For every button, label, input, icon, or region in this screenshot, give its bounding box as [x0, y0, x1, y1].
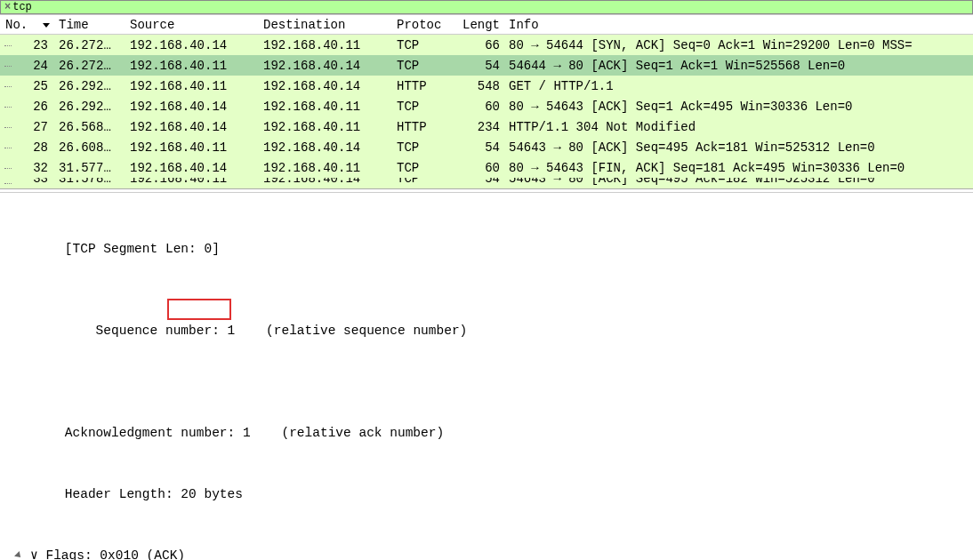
column-header-source[interactable]: Source — [126, 18, 260, 32]
packet-row[interactable]: 3331.578…192.168.40.11192.168.40.14TCP54… — [0, 178, 973, 188]
cell-protocol: TCP — [393, 59, 457, 73]
cell-protocol: TCP — [393, 38, 457, 52]
display-filter-bar[interactable]: × tcp — [0, 0, 973, 14]
cell-time: 26.608… — [55, 140, 126, 155]
detail-flags-tree[interactable]: ∨ Flags: 0x010 (ACK) — [34, 546, 973, 560]
cell-length: 54 — [457, 140, 505, 155]
column-header-info[interactable]: Info — [505, 18, 973, 32]
packet-row[interactable]: 2426.272…192.168.40.11192.168.40.14TCP54… — [0, 55, 973, 76]
packet-row[interactable]: 2326.272…192.168.40.14192.168.40.11TCP66… — [0, 35, 973, 55]
packet-list-header[interactable]: No. Time Source Destination Protoc Lengt… — [0, 15, 973, 35]
cell-protocol: HTTP — [393, 120, 457, 134]
packet-row[interactable]: 3231.577…192.168.40.14192.168.40.11TCP60… — [0, 157, 973, 178]
cell-destination: 192.168.40.11 — [260, 120, 393, 134]
column-header-no[interactable]: No. — [0, 18, 55, 32]
column-header-protocol[interactable]: Protoc — [393, 18, 457, 32]
cell-time: 26.292… — [55, 100, 126, 114]
cell-info: GET / HTTP/1.1 — [505, 79, 973, 93]
cell-no: 24 — [0, 59, 55, 73]
cell-length: 60 — [457, 161, 505, 175]
cell-destination: 192.168.40.11 — [260, 38, 393, 52]
cell-protocol: HTTP — [393, 79, 457, 93]
cell-info: 80 → 54643 [FIN, ACK] Seq=181 Ack=495 Wi… — [505, 161, 973, 175]
cell-length: 54 — [457, 178, 505, 186]
clear-filter-icon[interactable]: × — [4, 1, 11, 13]
cell-source: 192.168.40.11 — [126, 140, 260, 155]
cell-length: 66 — [457, 38, 505, 52]
cell-source: 192.168.40.11 — [126, 59, 260, 73]
cell-length: 60 — [457, 100, 505, 114]
cell-no: 32 — [0, 161, 55, 175]
packet-list-pane: No. Time Source Destination Protoc Lengt… — [0, 14, 973, 189]
column-header-destination[interactable]: Destination — [260, 18, 393, 32]
cell-no: 23 — [0, 38, 55, 52]
cell-no: 27 — [0, 120, 55, 134]
cell-no: 33 — [0, 178, 55, 186]
cell-info: HTTP/1.1 304 Not Modified — [505, 120, 973, 134]
cell-time: 26.272… — [55, 59, 126, 73]
cell-destination: 192.168.40.14 — [260, 59, 393, 73]
highlight-box-seq — [167, 299, 231, 320]
cell-source: 192.168.40.14 — [126, 38, 260, 52]
cell-source: 192.168.40.14 — [126, 120, 260, 134]
detail-header-length[interactable]: Header Length: 20 bytes — [34, 484, 973, 505]
cell-length: 234 — [457, 120, 505, 134]
cell-protocol: TCP — [393, 178, 457, 186]
cell-source: 192.168.40.11 — [126, 79, 260, 93]
cell-destination: 192.168.40.11 — [260, 100, 393, 114]
cell-source: 192.168.40.14 — [126, 100, 260, 114]
cell-time: 26.292… — [55, 79, 126, 93]
cell-time: 31.578… — [55, 178, 126, 186]
cell-no: 26 — [0, 100, 55, 114]
cell-protocol: TCP — [393, 100, 457, 114]
column-header-length[interactable]: Lengt — [457, 18, 505, 32]
cell-info: 54643 → 80 [ACK] Seq=495 Ack=181 Win=525… — [505, 140, 973, 155]
cell-time: 26.272… — [55, 38, 126, 52]
cell-time: 31.577… — [55, 161, 126, 175]
cell-protocol: TCP — [393, 140, 457, 155]
cell-info: 80 → 54643 [ACK] Seq=1 Ack=495 Win=30336… — [505, 100, 973, 114]
cell-destination: 192.168.40.11 — [260, 161, 393, 175]
cell-info: 80 → 54644 [SYN, ACK] Seq=0 Ack=1 Win=29… — [505, 38, 973, 52]
cell-info: 54643 → 80 [ACK] Seq=495 Ack=182 Win=525… — [505, 178, 973, 186]
cell-length: 54 — [457, 59, 505, 73]
cell-no: 25 — [0, 79, 55, 93]
packet-details-pane[interactable]: [TCP Segment Len: 0] Sequence number: 1 … — [0, 193, 973, 560]
cell-no: 28 — [0, 140, 55, 155]
packet-row[interactable]: 2726.568…192.168.40.14192.168.40.11HTTP2… — [0, 116, 973, 137]
packet-rows[interactable]: 2326.272…192.168.40.14192.168.40.11TCP66… — [0, 35, 973, 188]
cell-time: 26.568… — [55, 120, 126, 134]
cell-source: 192.168.40.14 — [126, 161, 260, 175]
packet-row[interactable]: 2826.608…192.168.40.11192.168.40.14TCP54… — [0, 137, 973, 157]
cell-source: 192.168.40.11 — [126, 178, 260, 186]
cell-destination: 192.168.40.14 — [260, 79, 393, 93]
column-header-time[interactable]: Time — [55, 18, 126, 32]
cell-length: 548 — [457, 79, 505, 93]
cell-destination: 192.168.40.14 — [260, 140, 393, 155]
packet-row[interactable]: 2526.292…192.168.40.11192.168.40.14HTTP5… — [0, 76, 973, 96]
detail-tcp-segment-len[interactable]: [TCP Segment Len: 0] — [34, 239, 973, 260]
packet-row[interactable]: 2626.292…192.168.40.14192.168.40.11TCP60… — [0, 96, 973, 116]
detail-sequence-number[interactable]: Sequence number: 1 (relative sequence nu… — [34, 300, 973, 382]
cell-info: 54644 → 80 [ACK] Seq=1 Ack=1 Win=525568 … — [505, 59, 973, 73]
cell-destination: 192.168.40.14 — [260, 178, 393, 186]
detail-ack-number[interactable]: Acknowledgment number: 1 (relative ack n… — [34, 423, 973, 444]
filter-text: tcp — [12, 1, 32, 13]
cell-protocol: TCP — [393, 161, 457, 175]
